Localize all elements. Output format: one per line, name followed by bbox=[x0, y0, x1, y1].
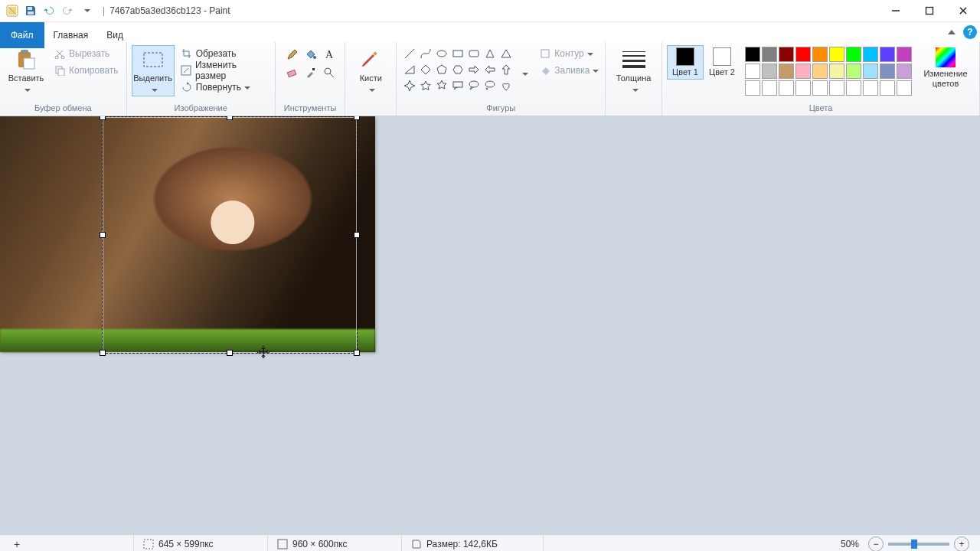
collapse-ribbon-icon[interactable] bbox=[948, 30, 956, 34]
paste-dropdown-icon[interactable] bbox=[21, 85, 31, 95]
color-swatch[interactable] bbox=[829, 47, 844, 62]
shape-callout-oval[interactable] bbox=[466, 78, 482, 93]
color-swatch[interactable] bbox=[846, 64, 861, 79]
color-swatch[interactable] bbox=[846, 80, 861, 96]
color-swatch[interactable] bbox=[829, 64, 844, 79]
shape-star5[interactable] bbox=[418, 78, 433, 93]
edit-colors-button[interactable]: Изменение цветов bbox=[916, 45, 975, 90]
magnifier-tool[interactable] bbox=[320, 64, 338, 82]
save-icon[interactable] bbox=[24, 4, 38, 18]
shape-star4[interactable] bbox=[402, 78, 417, 93]
zoom-slider[interactable] bbox=[888, 543, 949, 546]
shape-heart[interactable] bbox=[498, 78, 514, 93]
color-swatch[interactable] bbox=[880, 64, 895, 79]
brushes-dropdown-icon[interactable] bbox=[366, 85, 375, 95]
color-swatch[interactable] bbox=[829, 80, 844, 96]
redo-icon[interactable] bbox=[60, 4, 74, 18]
color-swatch[interactable] bbox=[762, 47, 777, 62]
shape-arrow-u[interactable] bbox=[498, 62, 514, 77]
color-swatch[interactable] bbox=[897, 64, 912, 79]
color1-button[interactable]: Цвет 1 bbox=[667, 45, 704, 80]
shape-arrow-r[interactable] bbox=[466, 62, 482, 77]
paste-button[interactable]: Вставить bbox=[5, 45, 47, 96]
handle-bm[interactable] bbox=[227, 350, 233, 356]
shape-right-tri[interactable] bbox=[402, 62, 417, 77]
color-swatch[interactable] bbox=[745, 80, 760, 96]
fill-style-button[interactable]: Заливка bbox=[536, 62, 602, 79]
zoom-out-button[interactable]: − bbox=[868, 536, 884, 551]
thickness-dropdown-icon[interactable] bbox=[629, 85, 639, 95]
color-swatch[interactable] bbox=[779, 80, 794, 96]
color-swatch[interactable] bbox=[863, 64, 878, 79]
color-swatch[interactable] bbox=[812, 47, 828, 62]
color-swatch[interactable] bbox=[863, 80, 878, 96]
shape-star6[interactable] bbox=[434, 78, 449, 93]
color-palette[interactable] bbox=[745, 47, 912, 96]
rotate-button[interactable]: Повернуть bbox=[178, 79, 270, 96]
color-swatch[interactable] bbox=[846, 47, 861, 62]
undo-icon[interactable] bbox=[42, 4, 56, 18]
handle-bl[interactable] bbox=[100, 350, 106, 356]
rotate-dropdown-icon[interactable] bbox=[241, 82, 250, 93]
text-tool[interactable]: A bbox=[320, 45, 338, 64]
shape-diamond[interactable] bbox=[418, 62, 433, 77]
color-swatch[interactable] bbox=[795, 80, 811, 96]
color-swatch[interactable] bbox=[880, 47, 895, 62]
copy-button[interactable]: Копировать bbox=[51, 62, 122, 79]
canvas[interactable] bbox=[0, 116, 375, 352]
maximize-button[interactable] bbox=[913, 0, 946, 21]
zoom-slider-thumb[interactable] bbox=[911, 540, 917, 549]
close-button[interactable] bbox=[946, 0, 980, 21]
fill-dropdown-icon[interactable] bbox=[590, 65, 599, 76]
handle-mr[interactable] bbox=[354, 232, 360, 238]
handle-tr[interactable] bbox=[354, 116, 360, 120]
color-swatch[interactable] bbox=[863, 47, 878, 62]
outline-dropdown-icon[interactable] bbox=[584, 48, 593, 59]
brushes-button[interactable]: Кисти bbox=[350, 45, 391, 96]
shape-poly[interactable] bbox=[482, 46, 498, 61]
color-swatch[interactable] bbox=[795, 64, 811, 79]
color-swatch[interactable] bbox=[779, 64, 794, 79]
handle-br[interactable] bbox=[354, 350, 360, 356]
color-swatch[interactable] bbox=[795, 47, 811, 62]
help-icon[interactable]: ? bbox=[963, 25, 977, 39]
thickness-button[interactable]: Толщина bbox=[612, 45, 655, 96]
shape-curve[interactable] bbox=[418, 46, 433, 61]
color-swatch[interactable] bbox=[745, 47, 760, 62]
select-dropdown-icon[interactable] bbox=[149, 85, 158, 95]
color-swatch[interactable] bbox=[779, 47, 794, 62]
shape-callout-rect[interactable] bbox=[450, 78, 466, 93]
color-swatch[interactable] bbox=[812, 80, 828, 96]
color-swatch[interactable] bbox=[897, 80, 912, 96]
color-swatch[interactable] bbox=[880, 80, 895, 96]
shape-oval[interactable] bbox=[434, 46, 449, 61]
shape-hexagon[interactable] bbox=[450, 62, 466, 77]
shapes-dropdown-icon[interactable] bbox=[519, 68, 528, 79]
eraser-tool[interactable] bbox=[283, 64, 302, 82]
shape-pentagon[interactable] bbox=[434, 62, 449, 77]
select-button[interactable]: Выделить bbox=[132, 45, 175, 96]
picker-tool[interactable] bbox=[302, 64, 320, 82]
resize-button[interactable]: Изменить размер bbox=[178, 62, 270, 79]
color-swatch[interactable] bbox=[812, 64, 828, 79]
shape-rect[interactable] bbox=[450, 46, 466, 61]
handle-tl[interactable] bbox=[100, 116, 106, 120]
workspace[interactable] bbox=[0, 116, 980, 534]
outline-button[interactable]: Контур bbox=[536, 45, 602, 62]
color-swatch[interactable] bbox=[897, 47, 912, 62]
color-swatch[interactable] bbox=[745, 64, 760, 79]
shape-line[interactable] bbox=[402, 46, 417, 61]
minimize-button[interactable] bbox=[879, 0, 913, 21]
shape-cloud[interactable] bbox=[482, 78, 498, 93]
zoom-in-button[interactable]: + bbox=[954, 536, 969, 551]
shapes-gallery[interactable] bbox=[401, 45, 514, 94]
handle-ml[interactable] bbox=[100, 232, 106, 238]
color-swatch[interactable] bbox=[762, 80, 777, 96]
color-swatch[interactable] bbox=[762, 64, 777, 79]
shape-arrow-l[interactable] bbox=[482, 62, 498, 77]
shape-roundrect[interactable] bbox=[466, 46, 482, 61]
qat-dropdown-icon[interactable] bbox=[79, 4, 93, 18]
cut-button[interactable]: Вырезать bbox=[51, 45, 122, 62]
pencil-tool[interactable] bbox=[283, 45, 302, 64]
color2-button[interactable]: Цвет 2 bbox=[704, 45, 740, 80]
